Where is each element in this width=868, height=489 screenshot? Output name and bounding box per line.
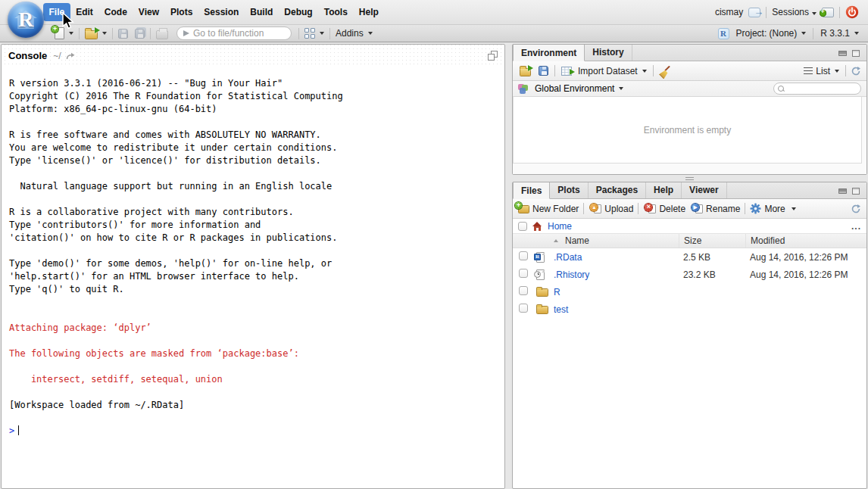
- tab-environment[interactable]: Environment: [513, 45, 585, 61]
- rhistory-file-icon: [536, 269, 545, 280]
- rstudio-logo[interactable]: R: [8, 2, 44, 38]
- import-dataset-icon: [561, 67, 572, 76]
- upload-icon: ▲: [594, 204, 601, 213]
- right-column: EnvironmentHistory Import Dataset List: [512, 44, 867, 489]
- maximize-icon[interactable]: [852, 50, 860, 57]
- environment-toolbar: Import Dataset List: [513, 61, 866, 81]
- quit-session-icon[interactable]: [845, 5, 859, 19]
- new-folder-button[interactable]: New Folder: [518, 204, 579, 214]
- menu-view[interactable]: View: [133, 3, 164, 21]
- tab-packages[interactable]: Packages: [589, 182, 646, 198]
- minimize-icon[interactable]: [838, 188, 847, 194]
- console-panel: Console ~/ R version 3.3.1 (2016-06-21) …: [1, 44, 505, 489]
- save-button[interactable]: [117, 28, 130, 39]
- tab-history[interactable]: History: [585, 45, 632, 61]
- upload-button[interactable]: ▲Upload: [589, 204, 633, 214]
- print-icon: [156, 30, 168, 39]
- scope-selector[interactable]: Global Environment: [533, 83, 625, 95]
- environment-search-input[interactable]: [773, 83, 861, 95]
- menu-build[interactable]: Build: [245, 3, 279, 21]
- console-output[interactable]: R version 3.3.1 (2016-06-21) -- "Bug in …: [2, 67, 504, 438]
- window-buttons: [838, 50, 860, 57]
- menu-tools[interactable]: Tools: [318, 3, 353, 21]
- menu-session[interactable]: Session: [198, 3, 245, 21]
- console-working-dir[interactable]: ~/: [53, 51, 61, 61]
- chevron-down-icon: [792, 207, 796, 210]
- delete-button[interactable]: ×Delete: [643, 204, 685, 214]
- environment-empty-state: Environment is empty: [513, 97, 862, 164]
- refresh-icon[interactable]: [851, 204, 861, 214]
- refresh-icon[interactable]: [851, 66, 861, 76]
- file-checkbox[interactable]: [519, 304, 528, 313]
- menu-debug[interactable]: Debug: [279, 3, 318, 21]
- column-name[interactable]: Name: [554, 235, 679, 246]
- r-version-menu[interactable]: R 3.3.1: [819, 27, 860, 39]
- file-name-link[interactable]: R: [554, 287, 560, 297]
- divider: [298, 28, 299, 39]
- column-modified[interactable]: Modified: [745, 234, 866, 248]
- menu-bar: R FileEditCodeViewPlotsSessionBuildDebug…: [0, 0, 868, 25]
- tab-plots[interactable]: Plots: [550, 182, 588, 198]
- divider: [638, 203, 639, 214]
- load-workspace-button[interactable]: [518, 65, 532, 77]
- tab-help[interactable]: Help: [646, 182, 682, 198]
- addins-menu[interactable]: Addins: [334, 27, 374, 39]
- main-toolbar: Go to file/function Addins R Project: (N…: [0, 25, 868, 42]
- list-view-menu[interactable]: List: [802, 65, 841, 77]
- menu-code[interactable]: Code: [98, 3, 133, 21]
- new-session-icon[interactable]: [822, 8, 834, 17]
- sessions-menu[interactable]: Sessions: [772, 7, 816, 17]
- files-tabs: FilesPlotsPackagesHelpViewer: [513, 182, 866, 199]
- save-all-icon: [135, 29, 145, 39]
- file-checkbox[interactable]: [519, 269, 528, 278]
- save-all-button[interactable]: [133, 28, 146, 39]
- panel-splitter[interactable]: [512, 175, 867, 182]
- breadcrumb-home-link[interactable]: Home: [548, 221, 572, 232]
- tab-viewer[interactable]: Viewer: [682, 182, 726, 198]
- text-cursor: [18, 425, 19, 435]
- clear-workspace-button[interactable]: [658, 64, 673, 78]
- divider: [583, 203, 584, 214]
- minimize-icon[interactable]: [838, 51, 847, 56]
- file-checkbox[interactable]: [519, 286, 528, 295]
- file-name-link[interactable]: test: [554, 304, 568, 315]
- goto-file-input[interactable]: Go to file/function: [176, 26, 292, 40]
- file-row: R.RData2.5 KBAug 14, 2016, 12:26 PM: [513, 248, 866, 266]
- menu-edit[interactable]: Edit: [70, 3, 99, 21]
- menu-plots[interactable]: Plots: [164, 3, 198, 21]
- popout-icon[interactable]: [66, 51, 76, 60]
- username-label[interactable]: cismay: [715, 7, 743, 17]
- print-button[interactable]: [155, 27, 170, 40]
- rename-button[interactable]: ▶Rename: [690, 204, 740, 214]
- menu-help[interactable]: Help: [353, 3, 384, 21]
- chevron-down-icon: [368, 32, 373, 35]
- file-name-link[interactable]: .Rhistory: [554, 269, 589, 280]
- panel-layout-button[interactable]: [303, 27, 326, 39]
- import-dataset-button[interactable]: Import Dataset: [560, 65, 648, 77]
- menubar-right: cismay Sessions: [715, 5, 868, 19]
- console-line: [9, 167, 497, 180]
- console-line: Natural language support but running in …: [9, 180, 497, 193]
- console-prompt-line[interactable]: >: [9, 425, 497, 438]
- tab-files[interactable]: Files: [513, 182, 550, 199]
- divider: [653, 65, 654, 76]
- sign-out-icon[interactable]: [748, 8, 760, 17]
- console-header: Console ~/: [2, 45, 504, 67]
- open-file-button[interactable]: [83, 27, 108, 40]
- select-all-checkbox[interactable]: [518, 222, 527, 231]
- save-workspace-button[interactable]: [537, 65, 550, 76]
- console-title: Console: [8, 50, 48, 61]
- folder-icon: [536, 288, 548, 297]
- console-line: Attaching package: ‘dplyr’: [9, 322, 497, 335]
- maximize-icon[interactable]: [488, 51, 498, 61]
- file-name-link[interactable]: .RData: [554, 252, 582, 263]
- maximize-icon[interactable]: [852, 188, 860, 195]
- more-menu[interactable]: More: [750, 203, 795, 214]
- column-size[interactable]: Size: [679, 234, 745, 248]
- console-line: [9, 360, 497, 373]
- chevron-down-icon: [854, 32, 859, 35]
- path-ellipsis-button[interactable]: ...: [851, 221, 861, 232]
- content-area: Console ~/ R version 3.3.1 (2016-06-21) …: [0, 43, 868, 489]
- file-checkbox[interactable]: [519, 251, 528, 260]
- project-menu[interactable]: Project: (None): [735, 27, 808, 39]
